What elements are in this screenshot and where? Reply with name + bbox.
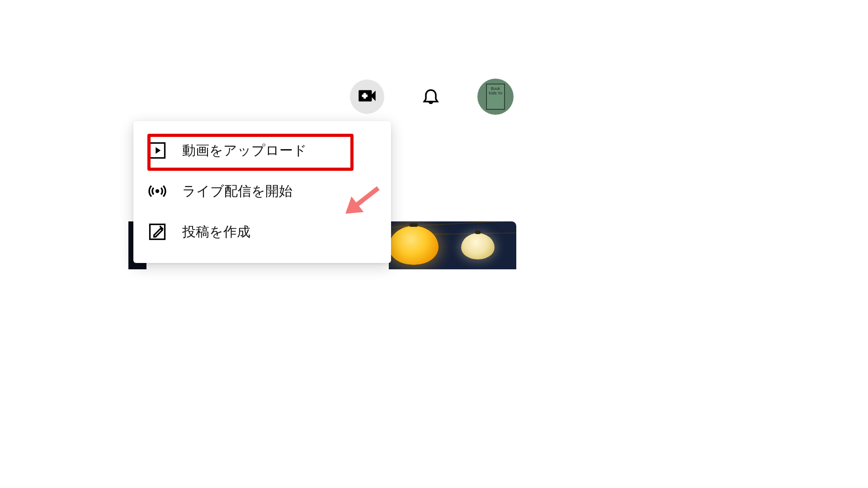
content-thumbnail: [389, 221, 516, 269]
menu-item-upload-video[interactable]: 動画をアップロード: [133, 130, 391, 171]
menu-item-label: 動画をアップロード: [182, 141, 377, 160]
create-button[interactable]: [350, 80, 384, 114]
avatar-text-2: Kids Yo: [489, 91, 502, 95]
create-menu: 動画をアップロード ライブ配信を開始: [133, 121, 391, 263]
compose-icon: [147, 221, 168, 242]
svg-point-3: [156, 189, 159, 193]
play-box-icon: [147, 140, 168, 161]
avatar-text-1: Book: [491, 86, 500, 91]
notifications-button[interactable]: [420, 85, 442, 108]
broadcast-icon: [147, 181, 168, 202]
menu-item-label: 投稿を作成: [182, 223, 377, 241]
lantern-decor: [389, 226, 439, 265]
video-plus-icon: [356, 84, 378, 109]
menu-item-create-post[interactable]: 投稿を作成: [133, 211, 391, 252]
bell-icon: [421, 84, 441, 109]
menu-item-go-live[interactable]: ライブ配信を開始: [133, 171, 391, 211]
svg-rect-1: [363, 93, 366, 99]
avatar-image: Book Kids Yo: [486, 84, 505, 110]
stage: Book Kids Yo 動画をアップロード: [0, 0, 868, 488]
topbar: Book Kids Yo: [350, 79, 514, 115]
menu-item-label: ライブ配信を開始: [182, 182, 377, 201]
lantern-decor: [461, 233, 495, 259]
avatar-button[interactable]: Book Kids Yo: [477, 79, 514, 115]
